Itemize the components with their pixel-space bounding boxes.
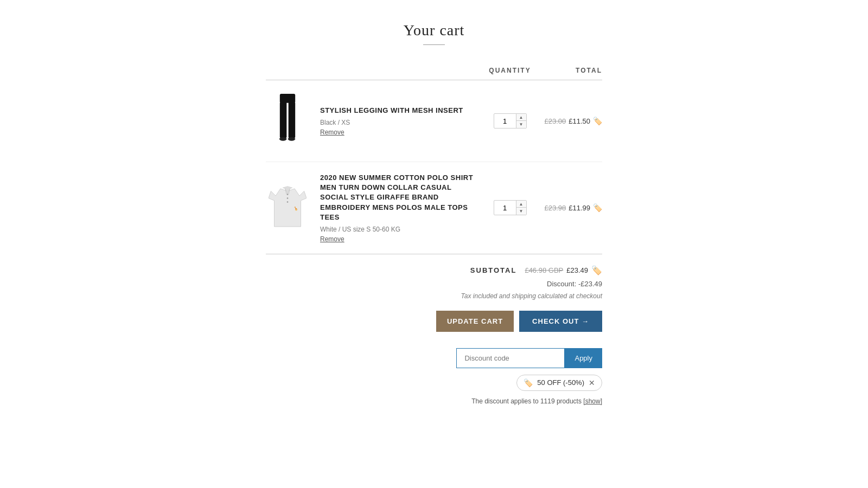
- item-image-polo: 🦒: [266, 178, 309, 237]
- item-details-polo: 2020 NEW SUMMER COTTON POLO SHIRT MEN TU…: [320, 173, 483, 243]
- price-tag-icon-polo: 🏷️: [593, 203, 602, 213]
- page-title: Your cart: [11, 22, 857, 39]
- tax-info: Tax included and shipping calculated at …: [266, 292, 602, 300]
- price-original-legging: £23.00: [544, 117, 566, 125]
- cart-item-polo: 🦒 2020 NEW SUMMER COTTON POLO SHIRT MEN …: [266, 162, 602, 254]
- qty-control-polo: ▲ ▼: [494, 200, 527, 215]
- price-sale-legging: £11.50: [569, 117, 590, 125]
- discount-input[interactable]: [456, 348, 565, 368]
- svg-rect-2: [289, 102, 296, 138]
- item-remove-legging[interactable]: Remove: [320, 129, 477, 136]
- discount-tag-icon: 🏷️: [524, 378, 533, 387]
- qty-down-legging[interactable]: ▼: [516, 121, 526, 128]
- discount-tag: 🏷️ 50 OFF (-50%) ✕: [516, 375, 602, 391]
- price-original-polo: £23.98: [544, 204, 566, 212]
- item-quantity-polo: ▲ ▼: [483, 200, 537, 215]
- subtotal-prices: £46.98 GBP £23.49 🏷️: [525, 265, 602, 275]
- cart-header: QUANTITY TOTAL: [266, 67, 602, 80]
- discount-code-text: 50 OFF (-50%): [537, 378, 584, 387]
- price-tag-icon-legging: 🏷️: [593, 117, 602, 126]
- discount-input-row: Apply: [456, 348, 602, 368]
- qty-arrows-legging: ▲ ▼: [516, 114, 526, 128]
- header-total: TOTAL: [537, 67, 602, 74]
- qty-input-polo[interactable]: [494, 202, 516, 214]
- subtotal-label: SUBTOTAL: [470, 266, 517, 274]
- item-details-legging: STYLISH LEGGING WITH MESH INSERT Black /…: [320, 106, 483, 136]
- cart-actions: UPDATE CART CHECK OUT →: [266, 311, 602, 332]
- item-variant-legging: Black / XS: [320, 119, 477, 126]
- item-quantity-legging: ▲ ▼: [483, 113, 537, 129]
- svg-point-3: [279, 137, 286, 141]
- apply-button[interactable]: Apply: [565, 348, 602, 368]
- discount-tag-close[interactable]: ✕: [589, 378, 595, 387]
- svg-point-4: [288, 137, 295, 141]
- svg-point-6: [287, 198, 289, 200]
- discount-section: Apply 🏷️ 50 OFF (-50%) ✕ The discount ap…: [266, 348, 602, 405]
- qty-arrows-polo: ▲ ▼: [516, 201, 526, 215]
- item-name-polo: 2020 NEW SUMMER COTTON POLO SHIRT MEN TU…: [320, 173, 477, 222]
- qty-up-polo[interactable]: ▲: [516, 201, 526, 208]
- item-image-legging: [266, 91, 309, 151]
- subtotal-sale: £23.49: [566, 266, 588, 274]
- svg-point-5: [287, 194, 289, 196]
- cart-wrapper: QUANTITY TOTAL: [266, 67, 602, 405]
- item-variant-polo: White / US size S 50-60 KG: [320, 226, 477, 233]
- item-remove-polo[interactable]: Remove: [320, 235, 477, 243]
- header-quantity: QUANTITY: [483, 67, 537, 74]
- subtotal-original: £46.98 GBP: [525, 266, 563, 274]
- svg-rect-1: [280, 102, 287, 138]
- svg-rect-0: [280, 94, 295, 103]
- qty-down-polo[interactable]: ▼: [516, 208, 526, 215]
- title-divider: [423, 44, 445, 45]
- cart-footer: SUBTOTAL £46.98 GBP £23.49 🏷️ Discount: …: [266, 254, 602, 405]
- cart-items: STYLISH LEGGING WITH MESH INSERT Black /…: [266, 80, 602, 254]
- svg-text:🦒: 🦒: [293, 207, 298, 211]
- qty-input-legging[interactable]: [494, 115, 516, 127]
- subtotal-tag-icon: 🏷️: [591, 265, 602, 275]
- subtotal-row: SUBTOTAL £46.98 GBP £23.49 🏷️: [266, 265, 602, 275]
- page-container: Your cart QUANTITY TOTAL: [0, 0, 868, 438]
- price-sale-polo: £11.99: [569, 204, 590, 212]
- checkout-button[interactable]: CHECK OUT →: [519, 311, 602, 332]
- item-price-legging: £23.00 £11.50 🏷️: [537, 117, 602, 126]
- discount-info: Discount: -£23.49: [266, 280, 602, 288]
- cart-item: STYLISH LEGGING WITH MESH INSERT Black /…: [266, 80, 602, 162]
- item-name-legging: STYLISH LEGGING WITH MESH INSERT: [320, 106, 477, 115]
- update-cart-button[interactable]: UPDATE CART: [436, 311, 514, 332]
- discount-applies-label: The discount applies to 1119 products: [471, 397, 582, 405]
- svg-point-7: [287, 202, 289, 203]
- discount-applies-text: The discount applies to 1119 products [s…: [471, 397, 602, 405]
- discount-show-link[interactable]: [show]: [583, 397, 602, 405]
- qty-control-legging: ▲ ▼: [494, 113, 527, 129]
- item-price-polo: £23.98 £11.99 🏷️: [537, 203, 602, 213]
- qty-up-legging[interactable]: ▲: [516, 114, 526, 121]
